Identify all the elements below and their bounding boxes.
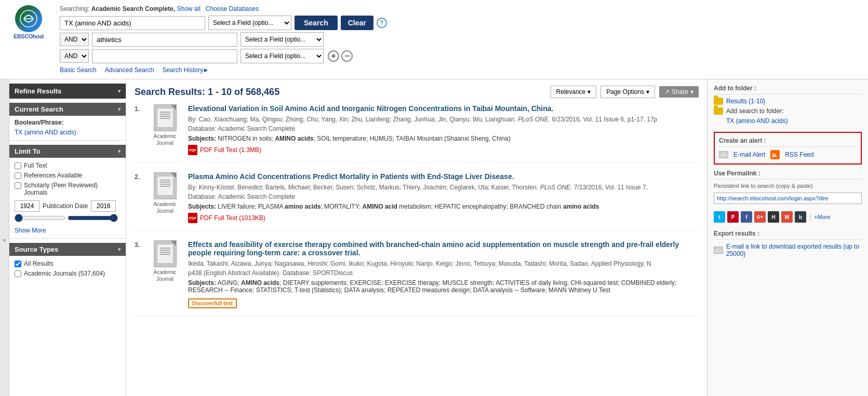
full-text-checkbox[interactable] [15,162,21,169]
result-number-1: 1. [135,105,142,155]
search-input-1[interactable] [60,16,205,30]
bool-select-3[interactable]: AND [60,49,89,63]
result-content-3: Effects and feasibility of exercise ther… [188,240,699,308]
show-more-link[interactable]: Show More [15,227,121,234]
pdf-link-1[interactable]: PDF PDF Full Text (1.3MB) [188,145,699,155]
search-mode-links: Basic Search Advanced Search Search Hist… [60,66,860,74]
discover-badge-3: Discover full text [188,298,237,308]
field-select-2[interactable]: Select a Field (optio... [241,32,324,47]
rss-feed-link[interactable]: RSS Feed [785,151,813,158]
full-text-label: Full Text [24,162,47,169]
twitter-button[interactable]: t [714,211,725,223]
relevance-button[interactable]: Relevance ▾ [551,86,597,98]
pub-date-row: Publication Date [15,200,121,212]
references-checkbox[interactable] [15,172,21,179]
add-search-row-button[interactable]: + [328,50,339,62]
gmail-button[interactable]: M [781,211,793,223]
result-item-1: 1. AcademicJournal Elevational Variation… [135,104,699,163]
help-icon[interactable]: ? [377,18,387,28]
choose-databases-link[interactable]: Choose Databases [206,5,259,12]
result-number-3: 3. [135,241,142,308]
academic-journals-checkbox[interactable] [15,270,21,277]
full-text-row: Full Text [15,162,121,169]
search-history-link[interactable]: Search History ▶ [162,66,208,74]
remove-search-row-button[interactable]: − [341,50,353,62]
result-title-3[interactable]: Effects and feasibility of exercise ther… [188,240,699,257]
ebsco-logo [15,5,42,32]
date-slider-left[interactable] [15,214,65,222]
more-social-link[interactable]: +More [814,214,831,220]
all-results-checkbox[interactable] [15,261,21,267]
current-search-label: Current Search [15,105,63,113]
references-row: References Available [15,172,121,179]
main-content: « Refine Results ▾ Current Search ▾ Bool… [0,79,868,396]
all-results-row: All Results [15,260,121,267]
result-title-2[interactable]: Plasma Amino Acid Concentrations Predict… [188,172,699,181]
boolean-phrase-value[interactable]: TX (amino AND acids) [15,129,76,136]
refine-results-header[interactable]: Refine Results ▾ [9,84,126,99]
export-row: E-mail a link to download exported resul… [714,243,862,257]
results-folder-row: Results (1-10) [714,98,862,105]
bool-select-2[interactable]: AND [60,33,89,46]
search-input-3[interactable] [92,49,237,63]
results-title: Search Results: 1 - 10 of 568,465 [135,87,279,98]
basic-search-link[interactable]: Basic Search [60,66,97,74]
current-search-section: Current Search ▾ Boolean/Phrase: TX (ami… [9,99,126,140]
pinterest-button[interactable]: P [727,211,739,223]
pdf-icon-1: PDF [188,145,197,155]
collapse-sidebar-button[interactable]: « [0,79,9,396]
email-alert-link[interactable]: E-mail Alert [733,151,765,158]
searching-info: Searching: Academic Search Complete, Sho… [60,5,860,12]
current-search-header[interactable]: Current Search ▾ [9,103,126,116]
field-select-3[interactable]: Select a Field (optio... [241,49,324,63]
scholarly-row: Scholarly (Peer Reviewed) Journals [15,182,121,196]
export-label: Export results : [714,230,862,240]
clear-button[interactable]: Clear [341,16,373,30]
search-input-2[interactable] [92,33,237,47]
permalink-desc: Persistent link to search (copy & paste) [714,183,862,189]
pub-date-from[interactable] [15,200,39,212]
hootsuite-button[interactable]: H [768,211,779,223]
source-types-section: Source Types ▾ All Results Academic Jour… [9,239,126,284]
refine-results-arrow: ▾ [118,88,121,94]
page-options-button[interactable]: Page Options ▾ [600,86,655,98]
field-select-1[interactable]: Select a Field (optio... [208,16,291,30]
date-slider-right[interactable] [68,214,118,222]
limit-to-header[interactable]: Limit To ▾ [9,145,126,158]
date-slider-container [15,214,121,224]
search-folder-text-row: TX (amino AND acids) [714,117,862,125]
current-search-arrow: ▾ [118,106,121,112]
advanced-search-link[interactable]: Advanced Search [105,66,154,74]
facebook-button[interactable]: f [741,211,752,223]
result-meta-2: By: Kinny-Köster, Benedict; Bartels, Mic… [188,183,699,201]
add-to-folder-section: Add to folder : Results (1-10) Add searc… [714,85,862,125]
folder-icon-results [714,98,723,105]
result-subjects-3: Subjects: AGING; AMINO acids; DIETARY su… [188,279,699,294]
add-remove-buttons: + − [328,50,353,62]
results-folder-link[interactable]: Results (1-10) [726,98,765,105]
permalink-input[interactable] [714,193,862,204]
search-folder-link[interactable]: TX (amino AND acids) [726,117,788,125]
show-all-link[interactable]: Show all [177,5,200,12]
permalink-section: Use Permalink : Persistent link to searc… [714,170,862,204]
search-button[interactable]: Search [295,16,338,30]
buffer-button[interactable]: b [795,211,806,223]
googleplus-button[interactable]: G+ [754,211,766,223]
source-types-header[interactable]: Source Types ▾ [9,243,126,256]
result-thumb-2: AcademicJournal [148,172,182,223]
social-section: t P f G+ H M b | +More [714,211,862,223]
export-link[interactable]: E-mail a link to download exported resul… [726,243,862,257]
share-button[interactable]: ↗ Share ▾ [659,86,699,98]
ebscohost-label: EBSCOhost [14,33,44,39]
sidebar: Refine Results ▾ Current Search ▾ Boolea… [9,79,126,396]
permalink-label: Use Permalink : [714,170,862,180]
doc-label-2: AcademicJournal [154,201,177,214]
create-alert-label: Create an alert : [719,137,857,147]
doc-icon-inner-2 [157,176,173,196]
pub-date-to[interactable] [91,200,116,212]
doc-icon-1 [154,104,177,131]
create-alert-section: Create an alert : E-mail Alert RSS Feed [714,132,862,165]
result-title-1[interactable]: Elevational Variation in Soil Amino Acid… [188,104,699,113]
pdf-link-2[interactable]: PDF PDF Full Text (1013KB) [188,213,699,223]
scholarly-checkbox[interactable] [15,182,21,189]
